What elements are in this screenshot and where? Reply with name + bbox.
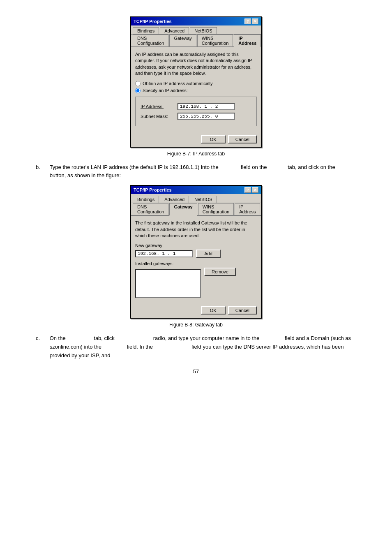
remove-btn[interactable]: Remove [204,268,236,276]
dialog2-tabs-row1: Bindings Advanced NetBIOS [131,194,261,203]
dialog1-close-btn[interactable]: ✕ [252,18,258,24]
dialog1-body-text: An IP address can be automatically assig… [135,51,257,77]
figure1-caption: Figure B-7: IP Address tab [36,151,356,157]
ip-input[interactable] [178,103,235,110]
figure1-dialog: TCP/IP Properties ? ✕ Bindings Advanced … [130,16,262,148]
dialog2-title: TCP/IP Properties [134,187,172,192]
dialog2-tabs-row2: DNS Configuration Gateway WINS Configura… [131,203,261,216]
tab2-bindings[interactable]: Bindings [133,196,159,203]
tab1-netbios[interactable]: NetBIOS [190,27,217,34]
tab1-gateway[interactable]: Gateway [169,35,196,46]
section-c-body: On the tab, click radio, and type your c… [50,334,356,360]
radio1-label: Obtain an IP address automatically [143,81,212,86]
dialog1-fieldset: IP Address: Subnet Mask: [135,97,257,126]
dialog2-cancel-btn[interactable]: Cancel [228,306,257,314]
dialog1-footer: OK Cancel [131,133,261,147]
section-b: b. Type the router's LAN IP address (the… [36,163,356,180]
section-b-label: b. [36,163,48,172]
section-c: c. On the tab, click radio, and type you… [36,334,356,360]
new-gateway-row: Add [135,250,257,258]
page-content: TCP/IP Properties ? ✕ Bindings Advanced … [36,16,356,375]
section-b-body: Type the router's LAN IP address (the de… [50,163,356,180]
dialog1-title: TCP/IP Properties [134,19,172,24]
new-gateway-input[interactable] [135,250,193,257]
dialog1-help-btn[interactable]: ? [244,18,251,24]
dialog2-ok-btn[interactable]: OK [201,306,226,314]
radio1-input[interactable] [135,81,141,86]
dialog1-radio-group: Obtain an IP address automatically Speci… [135,81,257,93]
ip-field-row: IP Address: [141,103,251,110]
tab2-dns[interactable]: DNS Configuration [133,203,168,215]
radio1-item[interactable]: Obtain an IP address automatically [135,81,257,86]
dialog1-title-buttons: ? ✕ [244,18,258,24]
installed-label: Installed gateways: [135,261,257,266]
dialog2-help-btn[interactable]: ? [244,187,251,193]
tab1-dns[interactable]: DNS Configuration [133,35,168,46]
dialog1-ok-btn[interactable]: OK [201,135,226,143]
radio2-item[interactable]: Specify an IP address: [135,88,257,93]
dialog1-tabs-row1: Bindings Advanced NetBIOS [131,25,261,35]
section-c-label: c. [36,334,48,343]
installed-section: Installed gateways: Remove [135,261,257,300]
dialog2-body-text: The first gateway in the Installed Gatew… [135,220,257,239]
radio2-label: Specify an IP address: [143,88,188,93]
dialog1-body: An IP address can be automatically assig… [131,47,261,133]
new-gateway-label: New gateway: [135,243,257,248]
gateway-list[interactable] [135,269,201,298]
figure2-dialog: TCP/IP Properties ? ✕ Bindings Advanced … [130,185,262,319]
tab1-wins[interactable]: WINS Configuration [197,35,233,46]
subnet-label: Subnet Mask: [141,114,178,119]
add-btn[interactable]: Add [196,250,221,258]
ip-label: IP Address: [141,104,178,109]
section-b-text: Type the router's LAN IP address (the de… [50,164,349,179]
page-number: 57 [36,368,356,375]
tab1-advanced[interactable]: Advanced [160,27,189,34]
subnet-field-row: Subnet Mask: [141,113,251,120]
dialog2-title-buttons: ? ✕ [244,187,258,193]
dialog1-titlebar: TCP/IP Properties ? ✕ [131,17,261,25]
installed-row: Remove [135,268,257,300]
dialog1-cancel-btn[interactable]: Cancel [228,135,257,143]
dialog2-body: The first gateway in the Installed Gatew… [131,216,261,304]
tab2-wins[interactable]: WINS Configuration [198,203,234,215]
dialog2-footer: OK Cancel [131,304,261,318]
dialog2-titlebar: TCP/IP Properties ? ✕ [131,186,261,194]
subnet-input[interactable] [178,113,235,120]
radio2-input[interactable] [135,88,141,93]
figure2-caption: Figure B-8: Gateway tab [36,322,356,328]
tab1-bindings[interactable]: Bindings [133,27,159,34]
dialog1-tabs-row2: DNS Configuration Gateway WINS Configura… [131,35,261,47]
tab2-advanced[interactable]: Advanced [160,196,189,203]
tab1-ipaddress[interactable]: IP Address [234,35,261,47]
tab2-ipaddress[interactable]: IP Address [235,203,260,215]
tab2-netbios[interactable]: NetBIOS [190,196,217,203]
dialog2-close-btn[interactable]: ✕ [252,187,258,193]
tab2-gateway[interactable]: Gateway [169,203,197,216]
